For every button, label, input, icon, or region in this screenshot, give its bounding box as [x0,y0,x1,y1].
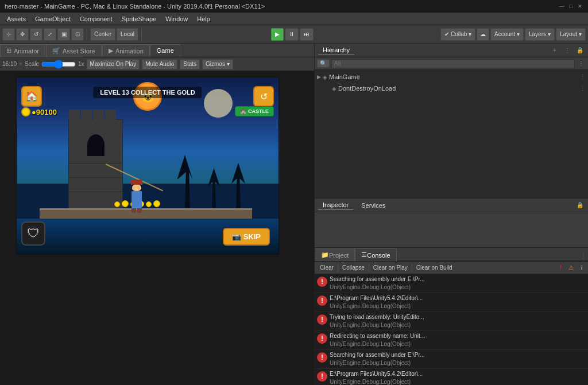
hierarchy-menu-button[interactable]: ⋮ [563,46,572,55]
console-row[interactable]: ! E:\Program Files\Unity5.4.2\Editor\...… [315,293,588,312]
console-row[interactable]: ! Searching for assembly under E:\Pr... … [315,274,588,293]
collab-button[interactable]: ✔ Collab ▾ [440,28,475,41]
toolbar-sep-1 [87,28,87,41]
cloud-button[interactable]: ☁ [477,28,489,41]
tab-console[interactable]: ☰ Console [355,248,396,261]
menu-gameobject[interactable]: GameObject [30,14,75,24]
warning-filter-button[interactable]: ⚠ [566,263,577,273]
tool-t[interactable]: ▣ [57,28,70,41]
tab-game[interactable]: Game [150,44,180,57]
window-controls[interactable]: — □ ✕ [558,3,583,10]
hierarchy-options-button[interactable]: ⋮ [577,59,586,68]
hierarchy-tab[interactable]: Hierarchy [318,45,354,55]
maximize-on-play-button[interactable]: Maximize On Play [87,59,140,69]
left-panel: ⊞ Animator 🛒 Asset Store ▶ Animation Gam… [0,44,315,385]
console-panel-menu[interactable]: ⋮ [579,252,588,261]
console-row[interactable]: ! Searching for assembly under E:\Pr... … [315,350,588,369]
tool-e[interactable]: ↺ [30,28,42,41]
coin-5 [146,201,152,207]
bottom-panel: 📁 Project ☰ Console ⋮ Clear Collapse Cle… [315,247,588,385]
castle-battlements [69,110,123,120]
console-message-text: Trying to load assembly: UnityEdito... U… [330,313,424,329]
layers-button[interactable]: Layers ▾ [525,28,555,41]
error-icon: ! [317,314,327,325]
hierarchy-content: ▶ ◈ MainGame ⋮ ▶ ◈ DontDestroyOnLoad ⋮ [315,70,588,198]
mute-audio-button[interactable]: Mute Audio [142,59,177,69]
hud-shield-button[interactable]: 🛡 [21,221,45,246]
inspector-lock-icon[interactable]: 🔒 [575,201,585,210]
console-row[interactable]: ! Redirecting to assembly name: Unit... … [315,331,588,350]
aspect-ratio-label: 16:10 [2,61,17,67]
menu-component[interactable]: Component [75,14,117,24]
coin-count: ●90100 [32,108,57,116]
step-button[interactable]: ⏭ [300,28,314,41]
hierarchy-add-button[interactable]: + [550,46,559,55]
tab-animator[interactable]: ⊞ Animator [0,44,45,57]
item-menu-icon-2[interactable]: ⋮ [579,85,586,92]
tab-project[interactable]: 📁 Project [315,248,355,261]
center-label: Center [94,31,111,37]
console-message-text: E:\Program Files\Unity5.4.2\Editor\... U… [330,370,423,385]
character-body [131,191,142,208]
menu-spriteshape[interactable]: SpriteShape [117,14,161,24]
tool-y[interactable]: ⊡ [71,28,84,41]
game-canvas: 🏠 😺 LEVEL 13 COLLECT THE GOLD ↺ ●90100 🏰… [16,77,279,255]
error-filter-button[interactable]: ! [557,263,564,273]
clear-on-build-button[interactable]: Clear on Build [413,263,455,273]
coin-1 [114,201,120,207]
hierarchy-toolbar: 🔍 ⋮ [315,57,588,70]
menu-help[interactable]: Help [192,14,215,24]
menu-assets[interactable]: Assets [2,14,30,24]
scale-slider[interactable] [41,61,76,68]
inspector-tab[interactable]: Inspector [318,200,353,210]
hierarchy-panel: Hierarchy + ⋮ 🔒 🔍 ⋮ ▶ ◈ MainGame ⋮ [315,44,588,199]
gameobject-icon: ◈ [323,74,327,80]
account-button[interactable]: Account ▾ [490,28,524,41]
pause-button[interactable]: ⏸ [285,28,299,41]
error-icon: ! [317,277,327,287]
stats-button[interactable]: Stats [180,59,200,69]
close-button[interactable]: ✕ [577,3,583,10]
minimize-button[interactable]: — [558,3,565,10]
console-row[interactable]: ! Trying to load assembly: UnityEdito...… [315,312,588,331]
error-icon: ! [317,295,327,306]
center-button[interactable]: Center [90,28,115,41]
tool-w[interactable]: ✥ [16,28,29,41]
info-filter-button[interactable]: ℹ [578,263,586,273]
collapse-button[interactable]: Collapse [339,263,368,273]
hierarchy-item-dontdestroyonload[interactable]: ▶ ◈ DontDestroyOnLoad ⋮ [315,83,588,94]
error-icon: ! [317,371,327,382]
tab-animation[interactable]: ▶ Animation [102,44,150,57]
hud-refresh-button[interactable]: ↺ [253,86,274,107]
hud-home-button[interactable]: 🏠 [21,86,42,107]
item-menu-icon[interactable]: ⋮ [579,73,586,81]
console-row[interactable]: ! E:\Program Files\Unity5.4.2\Editor\...… [315,369,588,385]
play-button[interactable]: ▶ [271,28,284,41]
menu-window[interactable]: Window [161,14,192,24]
stone-line-2 [69,177,122,178]
hierarchy-header: Hierarchy + ⋮ 🔒 [315,44,588,57]
tab-asset-store[interactable]: 🛒 Asset Store [46,44,102,57]
coin-2 [122,200,129,207]
hud-castle-button[interactable]: 🏰 CASTLE [235,106,274,116]
animation-tab-icon: ▶ [109,47,113,55]
layout-button[interactable]: Layout ▾ [556,28,586,41]
hierarchy-search-button[interactable]: 🔍 [317,59,330,68]
hierarchy-search-input[interactable] [331,59,575,68]
hierarchy-item-maingame[interactable]: ▶ ◈ MainGame ⋮ [315,71,588,83]
clear-on-play-button[interactable]: Clear on Play [370,263,411,273]
castle-tower [68,119,123,208]
services-tab[interactable]: Services [357,201,390,210]
gizmos-button[interactable]: Gizmos ▾ [202,59,233,69]
tool-q[interactable]: ⊹ [2,28,15,41]
maximize-button[interactable]: □ [567,3,574,10]
console-sep-1 [338,264,338,272]
hierarchy-lock-button[interactable]: 🔒 [575,46,585,55]
gameobject-icon-2: ◈ [332,85,336,92]
console-message-text: Searching for assembly under E:\Pr... Un… [330,351,425,367]
clear-button[interactable]: Clear [317,263,336,273]
local-button[interactable]: Local [117,28,138,41]
hud-skip-button[interactable]: 📷 SKIP [223,228,270,246]
account-label: Account ▾ [494,31,520,37]
tool-r[interactable]: ⤢ [44,28,56,41]
